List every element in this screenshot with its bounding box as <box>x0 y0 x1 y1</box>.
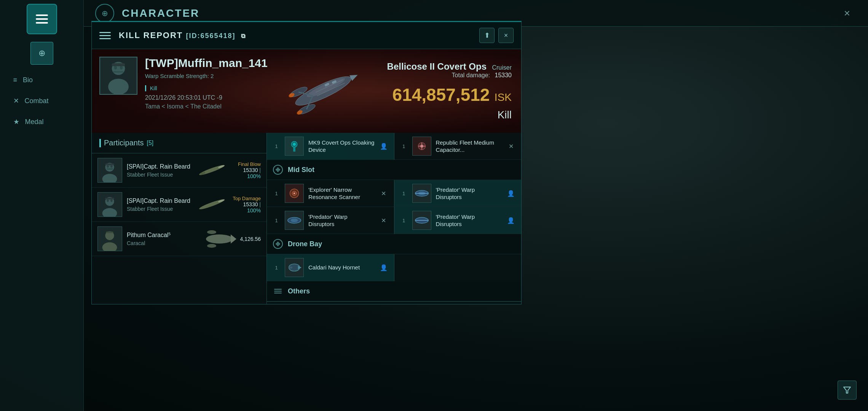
fitting-col-mid-right-2: 1 'Predator' Warp Disruptors 👤 <box>394 207 522 234</box>
damage-value-3: 4,126.56 <box>240 236 261 242</box>
kill-outcome-label: Kill <box>387 109 512 121</box>
damage-value-2: 15330 <box>243 201 258 207</box>
svg-point-4 <box>120 66 123 70</box>
participant-row[interactable]: [SPAI]Capt. Rain Beard Stabber Fleet Iss… <box>92 153 266 188</box>
damage-pct-1: 100% <box>247 173 261 179</box>
fitting-item-republic-cap[interactable]: 1 Republic Fleet Medium Capacitor... <box>394 133 522 160</box>
header-close-button[interactable]: × <box>838 4 857 23</box>
sidebar-combat-icon: ✕ <box>13 97 19 105</box>
svg-rect-41 <box>106 232 113 233</box>
svg-point-54 <box>420 145 423 148</box>
damage-pct-2: 100% <box>247 207 261 213</box>
svg-point-2 <box>108 79 129 94</box>
sidebar-item-medal[interactable]: ★ Medal <box>8 112 76 131</box>
damage-value-1: 15330 <box>243 167 258 173</box>
ship-name: Bellicose II Covert Ops <box>387 61 487 72</box>
svg-point-60 <box>294 193 295 194</box>
participant-avatar-3 <box>97 226 122 251</box>
predator-warp-action-3[interactable]: 👤 <box>506 216 515 225</box>
kr-copy-icon: ⧉ <box>241 33 246 39</box>
kill-type-label: Kill <box>150 85 157 91</box>
fitting-item-mk9-cloaking[interactable]: 1 MK9 Covert Ops Cloaking Device 👤 <box>267 133 394 160</box>
kr-close-button[interactable]: × <box>498 28 514 43</box>
participant-info-2: [SPAI]Capt. Rain Beard Stabber Fleet Iss… <box>127 198 191 212</box>
isk-value: 614,857,512 <box>393 85 490 105</box>
sidebar-item-bio[interactable]: ≡ Bio <box>8 70 76 89</box>
fitting-item-caldari-hornet[interactable]: 1 Caldari Navy Hornet 👤 <box>267 254 394 281</box>
fitting-item-explorer-scanner[interactable]: 1 'Explorer' Narrow Resonance Scanner ✕ <box>267 180 394 207</box>
kr-action-buttons: ⬆ × <box>479 28 514 43</box>
slot-num-r1: 1 <box>400 143 408 149</box>
republic-cap-name: Republic Fleet Medium Capacitor... <box>436 139 502 154</box>
participant-row-3[interactable]: Pithum Caracal⁵ Caracal <box>92 222 266 256</box>
sidebar: ⊕ ≡ Bio ✕ Combat ★ Medal <box>0 0 84 411</box>
fitting-item-predator-warp-1[interactable]: 1 'Predator' Warp Disruptors 👤 <box>394 180 522 207</box>
mid-slot-header: Mid Slot <box>267 160 521 180</box>
damage-stats-2: 15330 | 100% <box>231 201 261 213</box>
slot-num-m1: 1 <box>273 191 280 196</box>
participants-count: [5] <box>147 140 154 147</box>
others-title: Others <box>288 287 310 295</box>
sidebar-nav-icon: ≡ <box>13 76 18 84</box>
participant-row-2[interactable]: [SPAI]Capt. Rain Beard Stabber Fleet Iss… <box>92 188 266 222</box>
svg-rect-79 <box>274 293 282 293</box>
svg-rect-6 <box>112 63 125 66</box>
others-header: Others <box>267 281 521 301</box>
predator-warp-action-1[interactable]: 👤 <box>506 189 515 198</box>
participant-stats-1: Final Blow 15330 | 100% <box>231 161 261 179</box>
svg-point-67 <box>290 218 298 222</box>
blow-type-1: Final Blow <box>231 161 261 167</box>
kr-export-button[interactable]: ⬆ <box>479 28 495 43</box>
sidebar-icon-vitruvian[interactable]: ⊕ <box>30 42 53 65</box>
drone-bay-header: Drone Bay <box>267 234 521 254</box>
blow-type-2: Top Damage <box>231 196 261 201</box>
fitting-col-mid-left-2: 1 'Predator' Warp Disruptors ✕ <box>267 207 394 234</box>
svg-point-35 <box>110 199 113 202</box>
participants-indicator <box>99 139 101 147</box>
hamburger-icon <box>36 14 48 24</box>
filter-button[interactable] <box>838 381 857 400</box>
svg-point-76 <box>289 266 293 269</box>
slot-num-1: 1 <box>273 143 280 149</box>
participant-ship-2: Stabber Fleet Issue <box>127 206 191 212</box>
fitting-panel: 1 MK9 Covert Ops Cloaking Device 👤 <box>267 133 521 304</box>
explorer-scanner-action[interactable]: ✕ <box>379 189 388 198</box>
svg-rect-5 <box>113 71 124 72</box>
caldari-hornet-action[interactable]: 👤 <box>379 263 388 272</box>
mid-slot-icon <box>273 164 283 175</box>
sidebar-item-combat-label: Combat <box>25 97 49 105</box>
kr-header: KILL REPORT [ID:6565418] ⧉ ⬆ × <box>92 22 521 49</box>
sidebar-menu-button[interactable] <box>27 4 57 34</box>
isk-unit: ISK <box>495 91 512 103</box>
participant-avatar-1 <box>97 158 122 183</box>
predator-warp-action-2[interactable]: ✕ <box>379 216 388 225</box>
svg-point-49 <box>293 143 296 146</box>
participant-weapon-1: Final Blow 15330 | 100% <box>196 161 261 179</box>
ship-image-area <box>270 53 377 129</box>
mk9-action[interactable]: 👤 <box>379 142 388 151</box>
high-slot-row: 1 MK9 Covert Ops Cloaking Device 👤 <box>267 133 521 160</box>
predator-warp-name-2: 'Predator' Warp Disruptors <box>308 213 375 228</box>
fitting-col-drone-left: 1 Caldari Navy Hornet 👤 <box>267 254 394 281</box>
caldari-hornet-name: Caldari Navy Hornet <box>308 264 375 271</box>
mid-slot-title: Mid Slot <box>288 166 314 174</box>
svg-point-3 <box>114 66 117 70</box>
mid-slot-row-2: 1 'Predator' Warp Disruptors ✕ <box>267 207 521 234</box>
caldari-hornet-icon <box>285 258 304 277</box>
predator-warp-icon-1 <box>412 184 431 203</box>
participant-ship-3: Caracal <box>127 240 191 246</box>
kr-menu-button[interactable] <box>99 29 113 42</box>
republic-cap-action[interactable]: ✕ <box>506 142 515 151</box>
svg-point-42 <box>206 234 233 244</box>
fitting-col-mid-right-1: 1 'Predator' Warp Disruptors 👤 <box>394 180 522 207</box>
total-damage-line: Total damage: 15330 <box>387 72 512 79</box>
sidebar-item-combat[interactable]: ✕ Combat <box>8 91 76 110</box>
kill-report-panel: KILL REPORT [ID:6565418] ⧉ ⬆ × <box>91 21 522 304</box>
fitting-item-predator-warp-2[interactable]: 1 'Predator' Warp Disruptors ✕ <box>267 207 394 234</box>
ship-name-line: Bellicose II Covert Ops Cruiser <box>387 61 512 72</box>
kill-stats: Bellicose II Covert Ops Cruiser Total da… <box>378 49 521 133</box>
participants-header: Participants [5] <box>92 133 266 153</box>
svg-rect-48 <box>293 147 295 152</box>
fitting-item-predator-warp-3[interactable]: 1 'Predator' Warp Disruptors 👤 <box>394 207 522 234</box>
predator-warp-name-1: 'Predator' Warp Disruptors <box>436 186 502 201</box>
